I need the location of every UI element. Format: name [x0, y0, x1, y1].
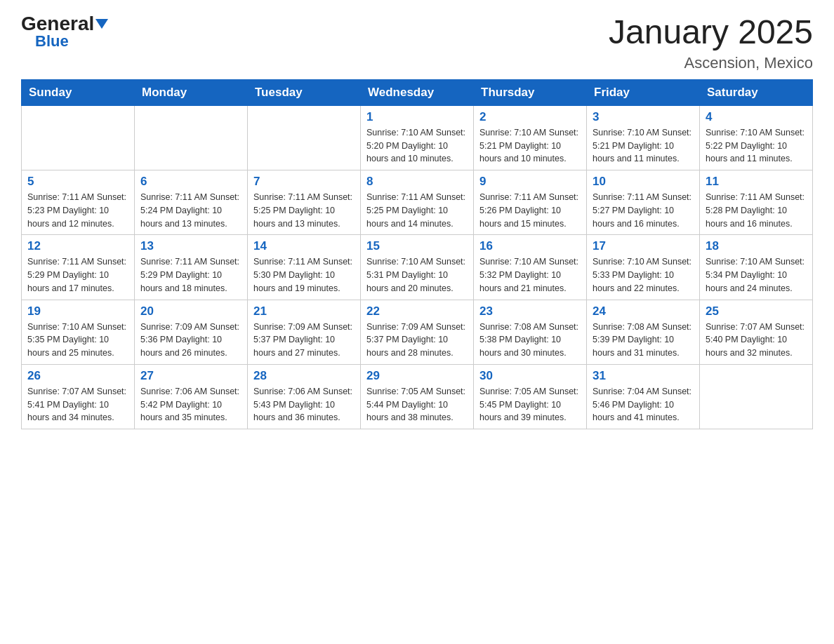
logo: General Blue: [21, 14, 108, 49]
calendar-cell: [700, 364, 813, 429]
day-info: Sunrise: 7:06 AM Sunset: 5:42 PM Dayligh…: [140, 385, 241, 424]
day-info: Sunrise: 7:04 AM Sunset: 5:46 PM Dayligh…: [593, 385, 694, 424]
calendar-cell: 4Sunrise: 7:10 AM Sunset: 5:22 PM Daylig…: [700, 105, 813, 170]
day-info: Sunrise: 7:10 AM Sunset: 5:21 PM Dayligh…: [593, 126, 694, 166]
day-number: 4: [706, 110, 807, 124]
calendar-cell: 3Sunrise: 7:10 AM Sunset: 5:21 PM Daylig…: [587, 105, 700, 170]
day-number: 11: [706, 175, 807, 189]
calendar-cell: 2Sunrise: 7:10 AM Sunset: 5:21 PM Daylig…: [474, 105, 587, 170]
calendar-cell: 6Sunrise: 7:11 AM Sunset: 5:24 PM Daylig…: [135, 170, 248, 235]
day-number: 30: [479, 369, 581, 383]
day-info: Sunrise: 7:10 AM Sunset: 5:22 PM Dayligh…: [706, 126, 807, 166]
calendar-cell: 22Sunrise: 7:09 AM Sunset: 5:37 PM Dayli…: [361, 300, 474, 364]
calendar-header-sunday: Sunday: [22, 79, 135, 105]
day-number: 21: [253, 304, 355, 318]
day-number: 3: [593, 110, 694, 124]
day-number: 26: [27, 369, 128, 383]
calendar-week-2: 5Sunrise: 7:11 AM Sunset: 5:23 PM Daylig…: [22, 170, 813, 235]
day-info: Sunrise: 7:11 AM Sunset: 5:24 PM Dayligh…: [140, 191, 241, 230]
calendar-cell: 9Sunrise: 7:11 AM Sunset: 5:26 PM Daylig…: [474, 170, 587, 235]
calendar-cell: 23Sunrise: 7:08 AM Sunset: 5:38 PM Dayli…: [474, 300, 587, 364]
day-number: 5: [27, 175, 128, 189]
day-info: Sunrise: 7:10 AM Sunset: 5:32 PM Dayligh…: [479, 255, 581, 295]
day-info: Sunrise: 7:11 AM Sunset: 5:25 PM Dayligh…: [253, 191, 355, 230]
day-info: Sunrise: 7:11 AM Sunset: 5:29 PM Dayligh…: [140, 255, 241, 295]
calendar-week-1: 1Sunrise: 7:10 AM Sunset: 5:20 PM Daylig…: [22, 105, 813, 170]
day-info: Sunrise: 7:11 AM Sunset: 5:27 PM Dayligh…: [593, 191, 694, 230]
calendar-cell: 14Sunrise: 7:11 AM Sunset: 5:30 PM Dayli…: [248, 235, 361, 300]
day-info: Sunrise: 7:11 AM Sunset: 5:25 PM Dayligh…: [366, 191, 468, 230]
day-number: 28: [253, 369, 355, 383]
calendar-week-3: 12Sunrise: 7:11 AM Sunset: 5:29 PM Dayli…: [22, 235, 813, 300]
day-info: Sunrise: 7:05 AM Sunset: 5:44 PM Dayligh…: [366, 385, 468, 424]
calendar-cell: 12Sunrise: 7:11 AM Sunset: 5:29 PM Dayli…: [22, 235, 135, 300]
calendar-header-monday: Monday: [135, 79, 248, 105]
day-number: 14: [253, 239, 355, 253]
day-number: 20: [140, 304, 241, 318]
calendar-header-wednesday: Wednesday: [361, 79, 474, 105]
calendar-cell: 18Sunrise: 7:10 AM Sunset: 5:34 PM Dayli…: [700, 235, 813, 300]
calendar-cell: 30Sunrise: 7:05 AM Sunset: 5:45 PM Dayli…: [474, 364, 587, 429]
day-info: Sunrise: 7:10 AM Sunset: 5:33 PM Dayligh…: [593, 255, 694, 295]
calendar-cell: 17Sunrise: 7:10 AM Sunset: 5:33 PM Dayli…: [587, 235, 700, 300]
day-number: 1: [366, 110, 468, 124]
day-info: Sunrise: 7:11 AM Sunset: 5:29 PM Dayligh…: [27, 255, 128, 295]
calendar-cell: 13Sunrise: 7:11 AM Sunset: 5:29 PM Dayli…: [135, 235, 248, 300]
day-number: 31: [593, 369, 694, 383]
logo-blue-text: Blue: [35, 32, 69, 50]
page-header: General Blue January 2025 Ascension, Mex…: [21, 14, 813, 72]
calendar-cell: [135, 105, 248, 170]
day-info: Sunrise: 7:10 AM Sunset: 5:21 PM Dayligh…: [479, 126, 581, 166]
calendar-header-row: SundayMondayTuesdayWednesdayThursdayFrid…: [22, 79, 813, 105]
calendar-cell: 19Sunrise: 7:10 AM Sunset: 5:35 PM Dayli…: [22, 300, 135, 364]
day-info: Sunrise: 7:11 AM Sunset: 5:23 PM Dayligh…: [27, 191, 128, 230]
calendar-cell: [248, 105, 361, 170]
day-number: 2: [479, 110, 581, 124]
calendar-week-4: 19Sunrise: 7:10 AM Sunset: 5:35 PM Dayli…: [22, 300, 813, 364]
calendar-header-thursday: Thursday: [474, 79, 587, 105]
calendar-cell: 24Sunrise: 7:08 AM Sunset: 5:39 PM Dayli…: [587, 300, 700, 364]
day-info: Sunrise: 7:10 AM Sunset: 5:31 PM Dayligh…: [366, 255, 468, 295]
day-number: 19: [27, 304, 128, 318]
logo-triangle-icon: [95, 19, 108, 29]
day-number: 6: [140, 175, 241, 189]
title-section: January 2025 Ascension, Mexico: [609, 14, 813, 72]
day-info: Sunrise: 7:09 AM Sunset: 5:37 PM Dayligh…: [366, 321, 468, 360]
calendar-cell: 11Sunrise: 7:11 AM Sunset: 5:28 PM Dayli…: [700, 170, 813, 235]
day-info: Sunrise: 7:10 AM Sunset: 5:20 PM Dayligh…: [366, 126, 468, 166]
day-info: Sunrise: 7:10 AM Sunset: 5:35 PM Dayligh…: [27, 321, 128, 360]
day-number: 17: [593, 239, 694, 253]
calendar-header-saturday: Saturday: [700, 79, 813, 105]
logo-general-text: General: [21, 14, 108, 34]
day-number: 27: [140, 369, 241, 383]
calendar-header-tuesday: Tuesday: [248, 79, 361, 105]
calendar-cell: 10Sunrise: 7:11 AM Sunset: 5:27 PM Dayli…: [587, 170, 700, 235]
day-number: 23: [479, 304, 581, 318]
day-number: 8: [366, 175, 468, 189]
calendar-cell: 15Sunrise: 7:10 AM Sunset: 5:31 PM Dayli…: [361, 235, 474, 300]
calendar-cell: [22, 105, 135, 170]
day-number: 25: [706, 304, 807, 318]
calendar-cell: 7Sunrise: 7:11 AM Sunset: 5:25 PM Daylig…: [248, 170, 361, 235]
day-info: Sunrise: 7:08 AM Sunset: 5:38 PM Dayligh…: [479, 321, 581, 360]
day-info: Sunrise: 7:07 AM Sunset: 5:40 PM Dayligh…: [706, 321, 807, 360]
calendar-cell: 16Sunrise: 7:10 AM Sunset: 5:32 PM Dayli…: [474, 235, 587, 300]
calendar-cell: 1Sunrise: 7:10 AM Sunset: 5:20 PM Daylig…: [361, 105, 474, 170]
day-number: 16: [479, 239, 581, 253]
day-number: 22: [366, 304, 468, 318]
day-info: Sunrise: 7:11 AM Sunset: 5:30 PM Dayligh…: [253, 255, 355, 295]
day-number: 18: [706, 239, 807, 253]
day-info: Sunrise: 7:09 AM Sunset: 5:37 PM Dayligh…: [253, 321, 355, 360]
day-number: 7: [253, 175, 355, 189]
day-info: Sunrise: 7:09 AM Sunset: 5:36 PM Dayligh…: [140, 321, 241, 360]
day-number: 9: [479, 175, 581, 189]
day-info: Sunrise: 7:11 AM Sunset: 5:26 PM Dayligh…: [479, 191, 581, 230]
day-info: Sunrise: 7:07 AM Sunset: 5:41 PM Dayligh…: [27, 385, 128, 424]
day-number: 15: [366, 239, 468, 253]
calendar-cell: 5Sunrise: 7:11 AM Sunset: 5:23 PM Daylig…: [22, 170, 135, 235]
day-number: 10: [593, 175, 694, 189]
main-title: January 2025: [609, 14, 813, 51]
calendar-cell: 26Sunrise: 7:07 AM Sunset: 5:41 PM Dayli…: [22, 364, 135, 429]
subtitle: Ascension, Mexico: [609, 54, 813, 72]
calendar-week-5: 26Sunrise: 7:07 AM Sunset: 5:41 PM Dayli…: [22, 364, 813, 429]
